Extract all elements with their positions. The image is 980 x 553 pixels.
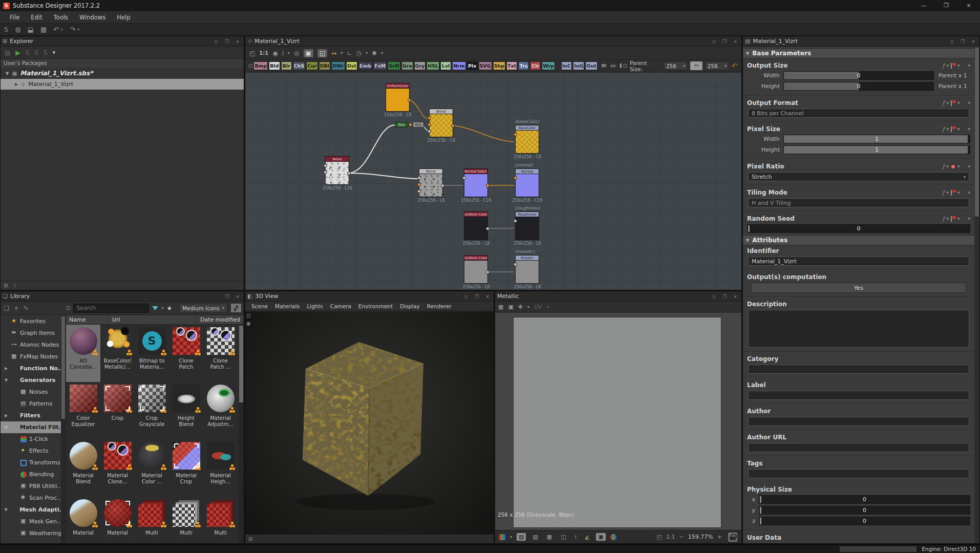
library-item[interactable]: Multi <box>169 497 203 543</box>
actual-size-button[interactable]: 1:1 <box>259 50 268 56</box>
physical-y-slider[interactable]: 0 <box>759 506 970 515</box>
gradient-pill[interactable]: Gra <box>395 122 408 127</box>
favorites-star-icon[interactable]: ★ <box>166 305 172 312</box>
float-icon[interactable]: ❐ <box>473 294 481 299</box>
node-type-button[interactable]: GrD <box>388 61 400 70</box>
base-parameters-section[interactable]: ▼Base Parameters <box>743 48 974 58</box>
output-port[interactable] <box>347 172 351 175</box>
menu-item[interactable]: Help <box>111 14 136 21</box>
library-item[interactable]: HeightBlend <box>169 382 203 439</box>
graph-node[interactable]: Noise 256x256 - L16 <box>325 156 349 185</box>
histogram-button[interactable]: ◭ <box>583 533 591 541</box>
output-width-slider[interactable]: 0 <box>783 71 934 80</box>
float-icon[interactable]: ❐ <box>720 294 729 299</box>
library-category[interactable]: ▼ Material Filt... <box>1 421 66 433</box>
node-type-button[interactable]: Blr <box>281 61 292 70</box>
library-category[interactable]: FxMap Nodes <box>1 351 66 363</box>
graph-name[interactable]: Material_1_Vizrt <box>29 81 74 88</box>
close-icon[interactable]: × <box>483 294 492 299</box>
node-type-button[interactable]: Nrm <box>452 61 466 70</box>
node-type-button[interactable]: DBl <box>319 61 330 70</box>
library-category[interactable]: ▼ Generators <box>1 374 66 386</box>
zoom-percentage[interactable]: 159.77% <box>688 534 713 540</box>
substance-build-icon-2[interactable]: S <box>34 49 38 56</box>
info-caret-icon[interactable]: ▾ <box>288 51 290 55</box>
node-type-button[interactable]: Trs <box>518 61 529 70</box>
grid-column-header[interactable]: Date modified <box>197 315 244 324</box>
library-item[interactable]: Material <box>66 497 100 543</box>
tiling-mode-field[interactable]: H and V Tiling <box>748 198 969 207</box>
rgb-caret-icon[interactable]: ▾ <box>510 535 512 539</box>
float-icon[interactable]: ❐ <box>223 294 231 299</box>
graph-row-selected[interactable]: ▶ ⊹ Material_1_Vizrt <box>1 79 244 90</box>
library-category[interactable]: Transforms <box>1 457 66 469</box>
grid-icon[interactable]: ▦ <box>498 304 503 310</box>
library-item[interactable]: MaterialClone... <box>100 439 135 497</box>
pixel-width-slider[interactable]: 1 <box>783 135 970 143</box>
library-item[interactable]: AOCancella... <box>66 325 100 382</box>
undo-caret-icon[interactable]: ▾ <box>61 27 63 32</box>
inheritance-pin-icon[interactable] <box>951 63 955 69</box>
view3d-menu-item[interactable]: Environment <box>355 303 396 309</box>
collapse-arrow-icon[interactable]: ▶ <box>15 82 18 87</box>
icon-size-dropdown[interactable]: Medium Icons ▾ <box>179 304 227 313</box>
input-port[interactable] <box>324 171 327 174</box>
input-port[interactable] <box>462 176 466 180</box>
input-port[interactable] <box>514 219 517 223</box>
input-port[interactable] <box>428 130 431 133</box>
external-icon[interactable]: ⊡ <box>248 63 252 69</box>
author-url-field[interactable] <box>748 443 969 452</box>
output-port[interactable] <box>441 184 444 187</box>
filter-caret-icon[interactable]: ▾ <box>161 306 163 310</box>
collapsed-node-pill[interactable]: Gra Gry <box>395 122 424 127</box>
lock-icon[interactable] <box>728 533 737 542</box>
graph-node[interactable]: Uniform Color 256x256 - L8 <box>464 255 488 284</box>
input-port[interactable] <box>514 133 517 136</box>
input-port[interactable] <box>417 183 421 186</box>
library-category[interactable]: ▶ Filters <box>1 410 66 421</box>
grid-column-header[interactable]: Name <box>66 315 109 324</box>
transform-icon[interactable]: ✥ <box>518 304 523 310</box>
view3d-menu-item[interactable]: Scene <box>248 303 271 309</box>
graph-node[interactable]: Blend 256x256 - L8 <box>419 168 443 197</box>
library-category[interactable]: Noises <box>1 386 66 398</box>
new-package-icon[interactable]: ◍ <box>15 26 20 33</box>
node-type-button[interactable]: Bmp <box>253 61 268 70</box>
io-node-button[interactable]: InC <box>561 61 572 70</box>
output-port[interactable] <box>486 227 489 230</box>
menu-item[interactable]: Tools <box>48 14 74 21</box>
pixel-height-slider[interactable]: 1 <box>783 145 970 154</box>
physical-z-slider[interactable]: 0 <box>759 517 970 525</box>
node-type-button[interactable]: Plx <box>467 61 478 70</box>
maximize-button[interactable]: ❐ <box>935 0 957 11</box>
categories-scrollbar[interactable] <box>61 315 66 543</box>
info-icon[interactable]: i <box>282 50 284 57</box>
close-icon[interactable]: × <box>969 39 977 44</box>
node-type-button[interactable]: Wrp <box>542 61 555 70</box>
library-category[interactable]: ▶ Function No... <box>1 363 66 374</box>
library-category[interactable]: PBR Utiliti... <box>1 480 66 492</box>
pin-icon[interactable]: ▫ <box>212 39 220 44</box>
attributes-section[interactable]: ▼Attributes <box>743 235 974 245</box>
actual-size-label[interactable]: 1:1 <box>666 534 675 540</box>
node-type-button[interactable]: FxM <box>373 61 387 70</box>
undo-icon[interactable]: ↶ <box>53 26 59 33</box>
node-type-button[interactable]: Shp <box>493 61 505 70</box>
edit-icon[interactable]: ✎ <box>24 305 29 312</box>
menu-item[interactable]: File <box>4 14 25 21</box>
library-category[interactable]: Patterns <box>1 398 66 410</box>
fit-view-icon[interactable]: ◰ <box>249 50 255 57</box>
input-port[interactable] <box>417 176 421 180</box>
library-item[interactable]: Multi <box>135 497 169 543</box>
add-icon[interactable]: + <box>14 305 19 312</box>
zoom-out-icon[interactable]: − <box>679 534 684 540</box>
node-type-button[interactable]: HSL <box>427 61 439 70</box>
view2d-canvas[interactable]: 256 x 256 (Grayscale, 8bpc) <box>495 313 741 530</box>
properties-scrollbar[interactable] <box>974 47 979 543</box>
graph-node[interactable]: [roughness] Roughness 256x256 - L8 <box>515 211 539 240</box>
redo-icon[interactable]: ↷ <box>70 26 75 33</box>
graph-node[interactable]: Uniform Color 256x256 - L8 <box>464 211 488 240</box>
import-icon[interactable]: ⬓ <box>28 26 34 33</box>
link-mode-icon[interactable]: ▣ <box>304 49 313 57</box>
pin-icon[interactable]: ▫ <box>710 294 718 299</box>
